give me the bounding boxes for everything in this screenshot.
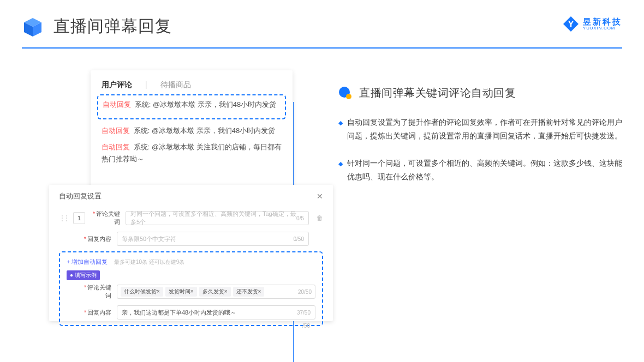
example-keyword-row: *评论关键词 什么时候发货× 发货时间× 多久发货× 还不发货× 20/50 (67, 283, 315, 300)
comments-panel: 用户评论 | 待播商品 自动回复 系统: @冰墩墩本墩 亲亲，我们48小时内发货… (91, 70, 293, 190)
company-logo: Y 昱新科技 YUUXIN.COM (562, 15, 622, 33)
section-title: 直播间弹幕关键词评论自动回复 (359, 86, 516, 100)
keyword-label: *评论关键词 (91, 210, 120, 226)
settings-title: 自动回复设置 (59, 191, 102, 201)
example-badge: ● 填写示例 (67, 270, 100, 280)
ex-content-input[interactable]: 亲，我们这边都是下单48小时内发货的哦～ 37/50 (117, 305, 315, 319)
highlighted-reply: 自动回复 系统: @冰墩墩本墩 亲亲，我们48小时内发货 (97, 94, 286, 119)
example-content-row: *回复内容 亲，我们这边都是下单48小时内发货的哦～ 37/50 (67, 305, 315, 319)
chip[interactable]: 什么时候发货× (121, 287, 163, 297)
svg-text:Y: Y (568, 20, 574, 29)
bullet-item: ◆ 自动回复设置为了提升作者的评论回复效率，作者可在开播前针对常见的评论用户问题… (338, 116, 622, 142)
reply-body: @冰墩墩本墩 亲亲，我们48小时内发货 (153, 100, 276, 108)
chip[interactable]: 发货时间× (165, 287, 197, 297)
chip[interactable]: 多久发货× (199, 287, 231, 297)
page-title: 直播间弹幕回复 (53, 15, 172, 38)
tab-pending-goods[interactable]: 待播商品 (160, 80, 191, 90)
reply-sys: 系统: (134, 143, 150, 151)
reply-sys: 系统: (135, 100, 151, 108)
tab-user-comments[interactable]: 用户评论 (102, 80, 132, 90)
outer-counter: /50 (59, 323, 323, 329)
bullet-item: ◆ 针对同一个问题，可设置多个相近的、高频的关键词。例如：这款多少钱、这块能优惠… (338, 156, 622, 183)
content-input[interactable]: 每条限50个中文字符 0/50 (117, 232, 309, 246)
reply-sys: 系统: (134, 126, 150, 135)
close-icon[interactable]: ✕ (317, 192, 323, 201)
diamond-icon: ◆ (338, 118, 343, 142)
content-label: *回复内容 (82, 235, 111, 243)
drag-handle-icon[interactable]: ⋮⋮ (59, 214, 68, 222)
index-box: 1 (73, 212, 85, 224)
bullet-text: 自动回复设置为了提升作者的评论回复效率，作者可在开播前针对常见的评论用户问题，提… (347, 116, 622, 142)
tab-separator: | (145, 80, 147, 90)
chat-bubble-icon (338, 86, 353, 100)
add-hint: 最多可建10条 还可以创建9条 (114, 259, 184, 265)
delete-icon[interactable]: 🗑 (317, 214, 323, 222)
content-row: *回复内容 每条限50个中文字符 0/50 (59, 232, 323, 246)
add-auto-reply-link[interactable]: + 增加自动回复 (67, 258, 108, 265)
reply-body: @冰墩墩本墩 亲亲，我们48小时内发货 (152, 126, 275, 135)
auto-reply-tag: 自动回复 (102, 126, 130, 135)
ex-keyword-label: *评论关键词 (82, 283, 111, 300)
reply-row: 自动回复 系统: @冰墩墩本墩 亲亲，我们48小时内发货 (102, 125, 282, 137)
logo-en: YUUXIN.COM (583, 26, 622, 31)
keyword-input[interactable]: 对同一个问题，可设置多个相近、高频的关键词，Tag确定，最多5个 0/5 (126, 211, 309, 225)
auto-reply-settings-panel: 自动回复设置 ✕ ⋮⋮ 1 *评论关键词 对同一个问题，可设置多个相近、高频的关… (49, 185, 333, 321)
chip[interactable]: 还不发货× (233, 287, 265, 297)
logo-diamond-icon: Y (562, 15, 580, 33)
logo-cn: 昱新科技 (583, 17, 622, 26)
diamond-icon: ◆ (338, 159, 343, 183)
keyword-row: ⋮⋮ 1 *评论关键词 对同一个问题，可设置多个相近、高频的关键词，Tag确定，… (59, 210, 323, 226)
ex-content-label: *回复内容 (82, 309, 111, 317)
ex-keyword-input[interactable]: 什么时候发货× 发货时间× 多久发货× 还不发货× 20/50 (117, 285, 315, 299)
example-box: + 增加自动回复 最多可建10条 还可以创建9条 ● 填写示例 *评论关键词 什… (59, 251, 323, 326)
auto-reply-tag: 自动回复 (103, 100, 131, 108)
bullet-text: 针对同一个问题，可设置多个相近的、高频的关键词。例如：这款多少钱、这块能优惠吗、… (347, 156, 622, 183)
reply-row: 自动回复 系统: @冰墩墩本墩 关注我们的店铺，每日都有热门推荐呦～ (102, 141, 282, 165)
cube-icon (22, 16, 44, 38)
svg-point-6 (346, 94, 351, 99)
auto-reply-tag: 自动回复 (102, 143, 130, 151)
